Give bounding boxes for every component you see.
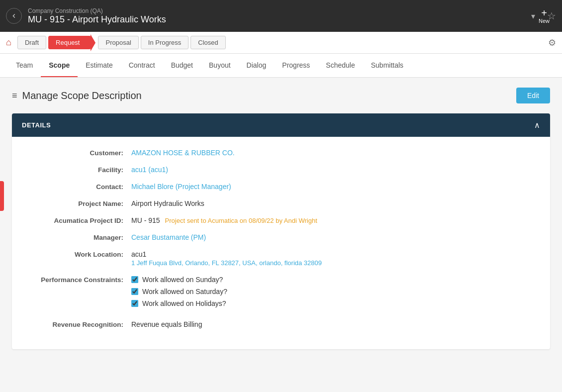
work-location-address[interactable]: 1 Jeff Fuqua Blvd, Orlando, FL 32827, US…	[131, 259, 540, 267]
acumatica-id-row: MU - 915 Project sent to Acumatica on 08…	[131, 216, 540, 224]
project-name-value: Airport Hydraulic Works	[131, 199, 540, 207]
checkbox-sunday-row: Work allowed on Sunday?	[131, 276, 540, 284]
checkbox-saturday-label: Work allowed on Saturday?	[142, 288, 227, 295]
checkbox-sunday-label: Work allowed on Sunday?	[142, 276, 223, 284]
new-button[interactable]: + New	[532, 0, 556, 32]
checkbox-saturday-row: Work allowed on Saturday?	[131, 288, 540, 295]
page-title-row: ≡ Manage Scope Description	[12, 90, 142, 101]
tab-schedule[interactable]: Schedule	[318, 54, 363, 77]
tab-team[interactable]: Team	[8, 54, 41, 77]
project-title: MU - 915 - Airport Hydraulic Works	[28, 14, 527, 25]
top-bar: Company Construction (QA) MU - 915 - Air…	[0, 0, 562, 32]
work-location-label: Work Location:	[22, 250, 131, 258]
tab-scope[interactable]: Scope	[41, 54, 78, 77]
customer-value: AMAZON HOSE & RUBBER CO.	[131, 149, 540, 157]
performance-label: Performance Constraints:	[22, 276, 131, 284]
page-header: ≡ Manage Scope Description Edit	[12, 88, 550, 103]
status-closed[interactable]: Closed	[190, 36, 225, 49]
acumatica-id-value: MU - 915 Project sent to Acumatica on 08…	[131, 216, 540, 224]
new-label: New	[539, 18, 550, 24]
status-draft[interactable]: Draft	[17, 36, 46, 49]
acumatica-project-id: MU - 915	[131, 216, 160, 224]
status-proposal[interactable]: Proposal	[98, 36, 138, 49]
customer-label: Customer:	[22, 149, 131, 157]
details-header[interactable]: DETAILS ∧	[12, 113, 550, 137]
tab-submittals[interactable]: Submittals	[363, 54, 411, 77]
contact-row: Contact: Michael Blore (Project Manager)	[22, 183, 540, 191]
facility-label: Facility:	[22, 166, 131, 174]
facility-row: Facility: acu1 (acu1)	[22, 166, 540, 174]
company-project-info: Company Construction (QA) MU - 915 - Air…	[28, 7, 527, 25]
manager-row: Manager: Cesar Bustamante (PM)	[22, 233, 540, 241]
manager-label: Manager:	[22, 233, 131, 241]
contact-label: Contact:	[22, 183, 131, 191]
project-name-row: Project Name: Airport Hydraulic Works	[22, 199, 540, 207]
back-button[interactable]	[6, 8, 22, 24]
checkbox-saturday[interactable]	[131, 288, 138, 295]
tab-dialog[interactable]: Dialog	[239, 54, 275, 77]
status-request[interactable]: Request	[48, 36, 91, 49]
checkbox-holidays[interactable]	[131, 300, 138, 307]
details-section: DETAILS ∧ Customer: AMAZON HOSE & RUBBER…	[12, 113, 550, 349]
status-in-progress[interactable]: In Progress	[141, 36, 188, 49]
plus-icon: +	[541, 8, 547, 18]
facility-value: acu1 (acu1)	[131, 166, 540, 174]
performance-row: Performance Constraints: Work allowed on…	[22, 276, 540, 311]
company-name: Company Construction (QA)	[28, 7, 527, 14]
details-body: Customer: AMAZON HOSE & RUBBER CO. Facil…	[12, 137, 550, 349]
acumatica-row: Acumatica Project ID: MU - 915 Project s…	[22, 216, 540, 224]
manager-link[interactable]: Cesar Bustamante (PM)	[131, 233, 206, 241]
nav-tabs: Team Scope Estimate Contract Budget Buyo…	[0, 54, 562, 78]
gear-icon[interactable]: ⚙	[548, 37, 556, 48]
contact-value: Michael Blore (Project Manager)	[131, 183, 540, 191]
checkbox-holidays-label: Work allowed on Holidays?	[142, 299, 226, 307]
project-name-label: Project Name:	[22, 199, 131, 207]
hamburger-icon[interactable]: ≡	[12, 91, 17, 101]
acumatica-notice: Project sent to Acumatica on 08/09/22 by…	[165, 217, 317, 224]
tab-budget[interactable]: Budget	[163, 54, 201, 77]
chevron-up-icon: ∧	[534, 120, 540, 130]
work-location-name: acu1	[131, 250, 146, 258]
tab-progress[interactable]: Progress	[274, 54, 318, 77]
performance-value: Work allowed on Sunday? Work allowed on …	[131, 276, 540, 311]
manager-value: Cesar Bustamante (PM)	[131, 233, 540, 241]
revenue-label: Revenue Recognition:	[22, 320, 131, 328]
edit-button[interactable]: Edit	[516, 88, 550, 103]
details-header-title: DETAILS	[22, 121, 51, 129]
customer-link[interactable]: AMAZON HOSE & RUBBER CO.	[131, 149, 235, 157]
revenue-value: Revenue equals Billing	[131, 320, 540, 328]
status-bar: ⌂ Draft Request Proposal In Progress Clo…	[0, 32, 562, 54]
tab-contract[interactable]: Contract	[121, 54, 163, 77]
checkbox-sunday[interactable]	[131, 276, 138, 283]
home-icon[interactable]: ⌂	[6, 37, 11, 48]
main-content: ≡ Manage Scope Description Edit DETAILS …	[0, 78, 562, 392]
revenue-row: Revenue Recognition: Revenue equals Bill…	[22, 320, 540, 328]
tab-buyout[interactable]: Buyout	[201, 54, 239, 77]
customer-row: Customer: AMAZON HOSE & RUBBER CO.	[22, 149, 540, 157]
tab-estimate[interactable]: Estimate	[78, 54, 120, 77]
side-edge-indicator	[0, 181, 4, 211]
contact-link[interactable]: Michael Blore (Project Manager)	[131, 183, 231, 191]
checkbox-holidays-row: Work allowed on Holidays?	[131, 299, 540, 307]
work-location-value: acu1 1 Jeff Fuqua Blvd, Orlando, FL 3282…	[131, 250, 540, 267]
page-title: Manage Scope Description	[22, 90, 142, 101]
facility-link[interactable]: acu1 (acu1)	[131, 166, 168, 174]
acumatica-id-label: Acumatica Project ID:	[22, 216, 131, 224]
work-location-row: Work Location: acu1 1 Jeff Fuqua Blvd, O…	[22, 250, 540, 267]
